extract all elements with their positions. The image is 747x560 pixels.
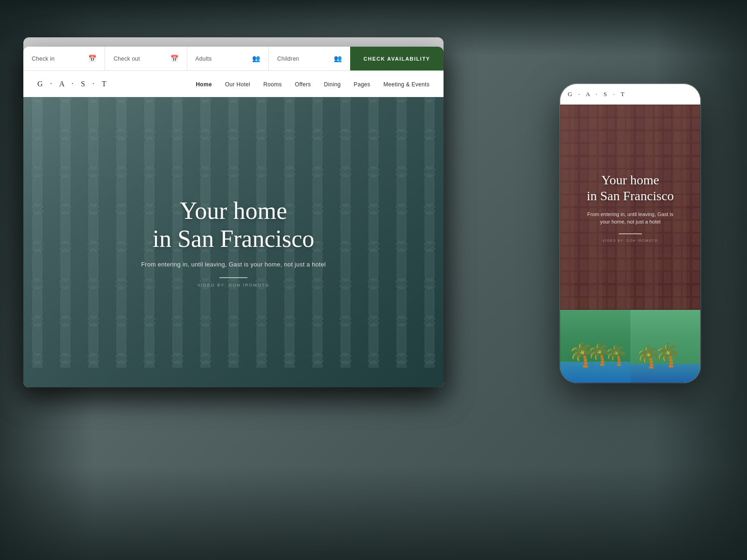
check-out-field[interactable]: Check out 📅: [105, 47, 187, 70]
phone-subtitle-1: From entering in, until leaving, Gast is: [587, 211, 674, 217]
phone-credit: VIDEO BY: DOH IROMOTO: [587, 239, 674, 242]
phone-gallery: 🌴 🌴 🌴 🌴 🌴: [560, 310, 700, 383]
browser-window: Check in 📅 Check out 📅 Adults 👥 Children…: [23, 47, 444, 387]
check-availability-button[interactable]: CHECK AVAILABILITY: [350, 47, 444, 70]
phone-hero: Your home in San Francisco From entering…: [560, 105, 700, 310]
person-icon: 👥: [252, 55, 260, 63]
phone-mockup: G · A · S · T: [560, 84, 700, 383]
booking-bar: Check in 📅 Check out 📅 Adults 👥 Children…: [23, 47, 444, 71]
nav-item-meeting[interactable]: Meeting & Events: [383, 80, 430, 88]
phone-subtitle-2: your home, not just a hotel: [600, 219, 661, 224]
hero-content: Your home in San Francisco From entering…: [141, 197, 325, 288]
nav-link-rooms[interactable]: Rooms: [263, 81, 282, 88]
bg-dark-bottom: [0, 467, 747, 560]
phone-logo: G · A · S · T: [568, 91, 627, 98]
nav-item-our-hotel[interactable]: Our Hotel: [225, 80, 250, 88]
adults-label: Adults: [196, 56, 212, 62]
hero-title: Your home in San Francisco: [141, 197, 325, 253]
nav-link-our-hotel[interactable]: Our Hotel: [225, 81, 250, 88]
phone-hero-subtitle: From entering in, until leaving, Gast is…: [587, 210, 674, 226]
nav-item-dining[interactable]: Dining: [324, 80, 341, 88]
check-out-label: Check out: [113, 56, 140, 62]
gallery-thumb-1: 🌴 🌴 🌴: [560, 310, 630, 383]
phone-title-line2: in San Francisco: [587, 189, 674, 203]
nav-link-pages[interactable]: Pages: [354, 81, 371, 88]
adults-field[interactable]: Adults 👥: [187, 47, 269, 70]
gallery-thumb-2: 🌴 🌴: [630, 310, 700, 383]
nav-logo: G · A · S · T: [37, 80, 109, 88]
hero-divider: [219, 277, 247, 278]
check-in-field[interactable]: Check in 📅: [23, 47, 105, 70]
calendar-icon-2: 📅: [170, 55, 178, 63]
phone-hero-title: Your home in San Francisco: [587, 172, 674, 203]
children-label: Children: [277, 56, 299, 62]
phone-title-line1: Your home: [601, 173, 659, 187]
nav-link-dining[interactable]: Dining: [324, 81, 341, 88]
nav-item-home[interactable]: Home: [196, 80, 212, 88]
children-icon: 👥: [334, 55, 342, 63]
children-field[interactable]: Children 👥: [269, 47, 350, 70]
hero-subtitle: From entering in, until leaving, Gast is…: [141, 261, 325, 268]
nav-links: Home Our Hotel Rooms Offers Dining Pages…: [196, 80, 430, 88]
phone-shell: G · A · S · T: [560, 84, 700, 383]
hero-section: Your home in San Francisco From entering…: [23, 97, 444, 387]
check-in-label: Check in: [32, 56, 55, 62]
nav-link-meeting[interactable]: Meeting & Events: [383, 81, 430, 88]
navigation: G · A · S · T Home Our Hotel Rooms Offer…: [23, 71, 444, 97]
hero-title-line2: in San Francisco: [153, 225, 315, 252]
calendar-icon: 📅: [88, 55, 96, 63]
nav-item-offers[interactable]: Offers: [295, 80, 311, 88]
phone-header: G · A · S · T: [560, 84, 700, 105]
nav-link-offers[interactable]: Offers: [295, 81, 311, 88]
phone-divider: [619, 233, 642, 234]
hero-credit: VIDEO BY: DOH IROMOTO: [141, 283, 325, 287]
laptop-container: Check in 📅 Check out 📅 Adults 👥 Children…: [23, 47, 444, 387]
nav-item-rooms[interactable]: Rooms: [263, 80, 282, 88]
nav-item-pages[interactable]: Pages: [354, 80, 371, 88]
phone-hero-content: Your home in San Francisco From entering…: [578, 163, 684, 251]
hero-title-line1: Your home: [180, 197, 287, 224]
nav-link-home[interactable]: Home: [196, 81, 212, 88]
